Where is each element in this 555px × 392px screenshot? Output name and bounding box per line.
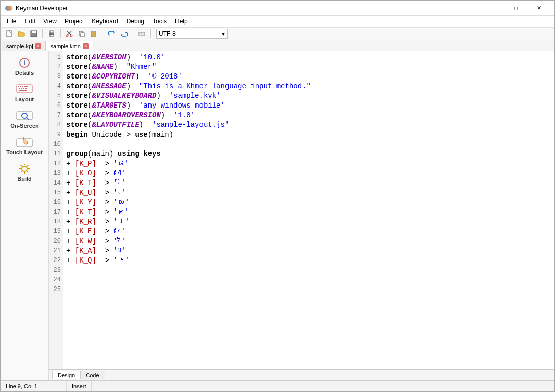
line-number: 10 (51, 140, 61, 149)
code-editor[interactable]: 1234567891011121314151617181920212223242… (49, 51, 554, 369)
undo-button[interactable] (106, 28, 117, 39)
maximize-button[interactable]: □ (504, 1, 527, 15)
code-line[interactable]: + [K_I] > 'ិ' (66, 178, 551, 188)
chevron-down-icon: ▾ (222, 30, 225, 37)
code-line[interactable]: + [K_E] > 'េ' (66, 227, 551, 237)
svg-line-41 (21, 171, 22, 172)
svg-rect-24 (26, 86, 28, 87)
svg-rect-29 (19, 90, 27, 91)
menu-help[interactable]: Help (171, 17, 192, 26)
file-tab-sample-kpj[interactable]: sample.kpj× (2, 41, 46, 51)
code-line[interactable]: store(&TARGETS) 'any windows mobile' (66, 101, 551, 111)
line-number: 2 (51, 62, 61, 72)
menu-tools[interactable]: Tools (148, 17, 171, 26)
edit-mode: Insert (67, 381, 92, 391)
line-number: 4 (51, 82, 61, 91)
code-line[interactable]: + [K_A] > 'ា' (66, 246, 551, 256)
file-tab-sample-kmn[interactable]: sample.kmn× (46, 41, 93, 51)
menu-keyboard[interactable]: Keyboard (88, 17, 122, 26)
code-content[interactable]: store(&VERSION) '10.0'store(&NAME) "Khme… (63, 51, 554, 369)
svg-rect-22 (22, 86, 23, 87)
svg-rect-28 (25, 88, 27, 89)
copy-button[interactable] (76, 28, 87, 39)
side-nav-label: Build (17, 176, 32, 182)
close-icon[interactable]: × (35, 43, 41, 49)
svg-rect-6 (50, 31, 53, 33)
code-line[interactable]: store(&NAME) "Khmer" (66, 62, 551, 72)
svg-rect-25 (19, 88, 20, 89)
code-line[interactable] (66, 266, 551, 275)
svg-point-34 (22, 166, 27, 171)
code-line[interactable]: store(&VISUALKEYBOARD) 'sample.kvk' (66, 91, 551, 101)
code-line[interactable] (66, 285, 551, 295)
print-button[interactable] (46, 28, 57, 39)
file-tab-bar: sample.kpj×sample.kmn× (1, 40, 554, 51)
run-button[interactable] (136, 28, 147, 39)
new-file-button[interactable] (4, 28, 15, 39)
view-tab-code[interactable]: Code (80, 371, 105, 379)
menu-project[interactable]: Project (61, 17, 88, 26)
code-line[interactable]: + [K_R] > 'រ' (66, 217, 551, 227)
side-nav-details[interactable]: iDetails (1, 54, 48, 80)
code-line[interactable]: + [K_Y] > 'យ' (66, 198, 551, 207)
code-line[interactable] (66, 140, 551, 149)
open-file-button[interactable] (16, 28, 27, 39)
line-gutter: 1234567891011121314151617181920212223242… (49, 51, 63, 369)
minimize-button[interactable]: – (482, 1, 504, 15)
line-number: 5 (51, 91, 61, 101)
code-line[interactable]: store(&COPYRIGHT) '© 2018' (66, 72, 551, 82)
details-icon: i (16, 57, 33, 69)
side-nav-on-screen[interactable]: On-Screen (1, 107, 48, 133)
side-nav-build[interactable]: Build (1, 160, 48, 186)
svg-rect-4 (32, 31, 36, 33)
side-nav-layout[interactable]: Layout (1, 80, 48, 107)
layout-icon (16, 83, 33, 95)
svg-rect-27 (23, 88, 24, 89)
line-number: 17 (51, 207, 61, 217)
menu-view[interactable]: View (39, 17, 61, 26)
svg-rect-7 (50, 35, 53, 37)
line-number: 3 (51, 72, 61, 82)
line-number: 16 (51, 198, 61, 207)
code-line[interactable]: store(&KEYBOARDVERSION) '1.0' (66, 111, 551, 120)
code-line[interactable]: + [K_P] > 'ផ' (66, 159, 551, 169)
view-tab-design[interactable]: Design (52, 371, 81, 379)
close-icon[interactable]: × (83, 43, 89, 49)
code-line[interactable]: + [K_U] > 'ុ' (66, 188, 551, 198)
side-nav-label: Details (15, 70, 34, 76)
encoding-select[interactable]: UTF-8 ▾ (156, 29, 228, 39)
code-line[interactable]: + [K_T] > 'ត' (66, 207, 551, 217)
code-line[interactable] (66, 275, 551, 285)
line-number: 8 (51, 120, 61, 130)
code-line[interactable]: store(&VERSION) '10.0' (66, 53, 551, 62)
eof-marker (63, 295, 554, 295)
menu-edit[interactable]: Edit (20, 17, 39, 26)
save-button[interactable] (28, 28, 39, 39)
svg-rect-23 (24, 86, 26, 87)
paste-button[interactable] (88, 28, 99, 39)
code-line[interactable]: store(&MESSAGE) "This is a Khmer languag… (66, 82, 551, 91)
touch-layout-icon (16, 136, 33, 148)
code-line[interactable]: + [K_W] > 'ឹ' (66, 237, 551, 246)
menubar: FileEditViewProjectKeyboardDebugToolsHel… (1, 16, 554, 27)
close-button[interactable]: ✕ (527, 1, 550, 15)
cut-button[interactable] (64, 28, 75, 39)
redo-button[interactable] (118, 28, 130, 39)
code-line[interactable]: + [K_O] > 'ោ' (66, 169, 551, 178)
line-number: 13 (51, 169, 61, 178)
code-line[interactable]: begin Unicode > use(main) (66, 130, 551, 140)
svg-rect-26 (21, 88, 22, 89)
line-number: 18 (51, 217, 61, 227)
code-line[interactable]: group(main) using keys (66, 149, 551, 159)
line-number: 22 (51, 256, 61, 266)
code-line[interactable]: + [K_Q] > 'ឆ' (66, 256, 551, 266)
menu-file[interactable]: File (3, 17, 20, 26)
svg-rect-21 (20, 86, 21, 87)
code-line[interactable]: store(&LAYOUTFILE) 'sample-layout.js' (66, 120, 551, 130)
svg-rect-11 (81, 33, 84, 37)
side-nav-touch-layout[interactable]: Touch Layout (1, 133, 48, 160)
encoding-value: UTF-8 (159, 30, 176, 37)
svg-text:i: i (23, 59, 26, 67)
side-nav: iDetailsLayoutOn-ScreenTouch LayoutBuild (1, 51, 49, 380)
menu-debug[interactable]: Debug (122, 17, 148, 26)
